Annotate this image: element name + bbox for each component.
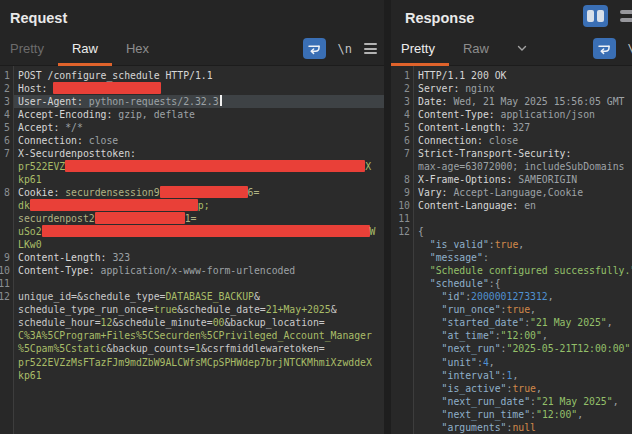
code-token: {: [418, 226, 424, 237]
code-token: securdenpost2: [18, 213, 95, 224]
code-token: application/json: [501, 109, 595, 120]
code-line: dkp;: [14, 199, 384, 212]
code-line: pr522EVZX: [14, 160, 384, 173]
code-token: LKw0: [18, 239, 42, 250]
code-token: schedule_type_run_once=: [18, 304, 154, 315]
line-number: [0, 303, 13, 316]
panel-splitter[interactable]: [384, 0, 391, 434]
code-token: Vary:: [418, 187, 453, 198]
code-line: kp61: [14, 173, 384, 186]
layout-stacked-icon[interactable]: [620, 5, 632, 27]
line-number: [391, 421, 413, 434]
request-editor[interactable]: 123456789101112 POST /configure_schedule…: [0, 66, 384, 434]
response-tab-pretty[interactable]: Pretty: [391, 32, 449, 65]
layout-columns-icon[interactable]: [583, 5, 608, 27]
code-token: pr522EVZzMsFTazFJm9mdZbW9ALCWfsMCpSPHWde…: [18, 357, 372, 368]
code-line: kp61: [14, 369, 384, 382]
code-token: ,: [607, 317, 613, 328]
text-cursor: [220, 95, 222, 106]
code-token: python-requests/2.32.3: [89, 96, 219, 107]
code-token: ,: [512, 370, 518, 381]
chevron-down-icon[interactable]: [517, 45, 527, 52]
code-line: "next_run_date":"21 May 2025",: [414, 395, 632, 408]
newline-toggle-icon[interactable]: \n: [628, 42, 632, 56]
code-token: 327: [512, 122, 530, 133]
line-number: 3: [0, 95, 13, 108]
code-token: ,: [577, 409, 583, 420]
code-token: Accept:: [18, 122, 65, 133]
code-token: Host:: [18, 83, 53, 94]
code-token: &backup_location=: [224, 317, 324, 328]
code-token: User-Agent:: [18, 96, 89, 107]
code-token: 323: [112, 252, 130, 263]
code-token: :: [483, 252, 489, 263]
code-line: unique_id=&schedule_type=DATABASE_BACKUP…: [14, 290, 384, 303]
line-number: 2: [0, 82, 13, 95]
line-number: [391, 329, 413, 342]
line-number: [0, 329, 13, 342]
code-token: &csrfmiddlewaretoken=: [201, 343, 325, 354]
line-number: 9: [0, 251, 13, 264]
line-number: [391, 160, 413, 173]
code-line: Vary: Accept-Language,Cookie: [414, 186, 632, 199]
response-code-area[interactable]: HTTP/1.1 200 OKServer: nginxDate: Wed, 2…: [414, 66, 632, 434]
code-line: Accept: */*: [14, 121, 384, 134]
wrap-lines-icon[interactable]: [593, 38, 616, 59]
response-editor[interactable]: 123456789101112 HTTP/1.1 200 OKServer: n…: [391, 66, 632, 434]
code-token: securdensession9: [65, 187, 159, 198]
code-token: max-age=63072000; includeSubDomains: [418, 161, 624, 172]
code-line: uSo2W: [14, 225, 384, 238]
line-number: [391, 277, 413, 290]
code-line: "next_run":"2025-05-21T12:00:00",: [414, 342, 632, 355]
code-token: Content-Language:: [418, 200, 524, 211]
code-line: Date: Wed, 21 May 2025 15:56:05 GMT: [414, 95, 632, 108]
code-line: Cookie: securdensession96=: [14, 186, 384, 199]
request-tab-pretty[interactable]: Pretty: [0, 32, 58, 65]
code-token: gzip, deflate: [118, 109, 195, 120]
code-token: true: [154, 304, 178, 315]
code-token: Cookie:: [18, 187, 65, 198]
code-line: [414, 212, 632, 225]
menu-icon[interactable]: [364, 41, 377, 57]
code-token: dk: [18, 200, 30, 211]
code-line: X-Frame-Options: SAMEORIGIN: [414, 173, 632, 186]
code-line: schedule_type_run_once=true&schedule_dat…: [14, 303, 384, 316]
code-line: "next_run_time":"12:00",: [414, 408, 632, 421]
code-token: pr522EVZ: [18, 161, 65, 172]
code-token: Connection:: [18, 135, 89, 146]
code-token: nginx: [465, 83, 495, 94]
code-token: "Schedule configured successfully.": [418, 265, 632, 276]
code-token: &schedule_minute=: [112, 317, 212, 328]
code-token: ,: [542, 330, 548, 341]
request-toolbar: \n: [303, 38, 384, 59]
code-token: unique_id=&schedule_type=: [18, 291, 165, 302]
line-number: 11: [0, 277, 13, 290]
code-line: Content-Language: en: [414, 199, 632, 212]
code-token: null: [512, 422, 536, 433]
newline-toggle-icon[interactable]: \n: [338, 42, 352, 56]
code-token: "run_once": [418, 304, 501, 315]
code-token: X-Frame-Options:: [418, 174, 518, 185]
code-token: 00: [213, 317, 225, 328]
line-number: 7: [0, 147, 13, 160]
code-token: Strict-Transport-Security:: [418, 148, 571, 159]
line-number: 1: [0, 69, 13, 82]
code-line: "message":: [414, 251, 632, 264]
code-line: "id":2000001273312,: [414, 290, 632, 303]
code-token: kp61: [18, 370, 42, 381]
line-number: 2: [391, 82, 413, 95]
request-tab-hex[interactable]: Hex: [112, 32, 163, 65]
line-number: 9: [391, 186, 413, 199]
code-token: "is_valid": [418, 239, 489, 250]
wrap-lines-icon[interactable]: [303, 38, 326, 59]
redaction-overlay: [160, 186, 248, 198]
code-token: Wed, 21 May 2025 15:56:05 GMT: [453, 96, 624, 107]
http-message-editor: Request Pretty Raw Hex \n 12345678910111…: [0, 0, 632, 434]
code-line: Content-Type: application/json: [414, 108, 632, 121]
line-number: [0, 369, 13, 382]
code-line: Content-Type: application/x-www-form-url…: [14, 264, 384, 277]
code-line: POST /configure_schedule HTTP/1.1: [14, 69, 384, 82]
response-tab-raw[interactable]: Raw: [449, 32, 503, 65]
request-code-area[interactable]: POST /configure_schedule HTTP/1.1Host: U…: [14, 66, 384, 434]
request-tab-raw[interactable]: Raw: [58, 32, 112, 65]
